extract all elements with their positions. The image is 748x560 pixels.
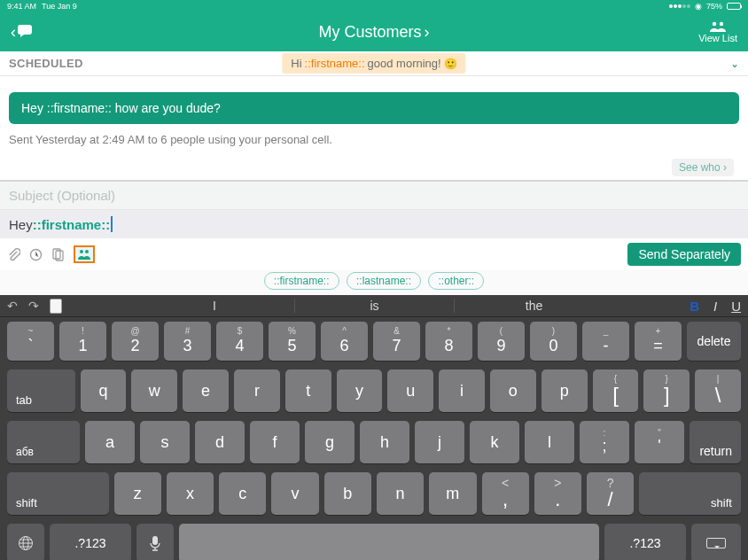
key-bracket-1[interactable]: }] bbox=[643, 369, 690, 412]
key-5[interactable]: %5 bbox=[269, 322, 316, 361]
key-punct-z-2[interactable]: ?/ bbox=[587, 472, 634, 515]
key-4[interactable]: $4 bbox=[216, 322, 263, 361]
page-title[interactable]: My Customers › bbox=[318, 23, 429, 42]
key-`[interactable]: ~` bbox=[7, 322, 54, 361]
smiley-icon: 🙂 bbox=[444, 58, 457, 70]
status-right: ◉ 75% bbox=[669, 2, 741, 11]
key-d[interactable]: d bbox=[195, 421, 245, 463]
key-z[interactable]: z bbox=[114, 472, 161, 515]
key-6[interactable]: ^6 bbox=[321, 322, 368, 361]
chevron-left-icon: ‹ bbox=[11, 23, 16, 42]
keyboard: ↶ ↷ I is the B I U ~`!1@2#3$4%5^6&7*8(9)… bbox=[0, 295, 748, 560]
attach-icon[interactable] bbox=[7, 248, 20, 261]
svg-rect-9 bbox=[152, 536, 158, 545]
key-punct-z-1[interactable]: >. bbox=[534, 472, 581, 515]
scheduled-row[interactable]: SCHEDULED Hi ::firstname:: good morning!… bbox=[0, 51, 748, 76]
status-bar: 9:41 AM Tue Jan 9 ◉ 75% bbox=[0, 0, 748, 12]
see-who-button[interactable]: See who › bbox=[672, 159, 734, 176]
svg-point-6 bbox=[85, 250, 89, 253]
people-icon bbox=[78, 248, 90, 261]
key-w[interactable]: w bbox=[131, 369, 177, 412]
svg-point-5 bbox=[80, 250, 83, 253]
key-e[interactable]: e bbox=[183, 369, 229, 412]
token-firstname[interactable]: ::firstname:: bbox=[264, 272, 339, 290]
key-b[interactable]: b bbox=[324, 472, 371, 515]
key-u[interactable]: u bbox=[387, 369, 433, 412]
key-0[interactable]: )0 bbox=[530, 322, 577, 361]
token-row: ::firstname:: ::lastname:: ::other:: bbox=[0, 270, 748, 295]
key-8[interactable]: *8 bbox=[425, 322, 472, 361]
key-v[interactable]: v bbox=[271, 472, 318, 515]
key-t[interactable]: t bbox=[285, 369, 331, 412]
key-o[interactable]: o bbox=[490, 369, 536, 412]
key-y[interactable]: y bbox=[337, 369, 383, 412]
space-key[interactable] bbox=[179, 524, 599, 560]
svg-point-1 bbox=[720, 21, 723, 25]
token-other[interactable]: ::other:: bbox=[428, 272, 484, 290]
key-s[interactable]: s bbox=[140, 421, 190, 463]
schedule-icon[interactable] bbox=[29, 248, 43, 261]
key-1[interactable]: !1 bbox=[59, 322, 106, 361]
key-m[interactable]: m bbox=[429, 472, 476, 515]
key-g[interactable]: g bbox=[305, 421, 355, 463]
globe-icon bbox=[18, 535, 34, 551]
key-h[interactable]: h bbox=[360, 421, 409, 463]
suggestion-1[interactable]: I bbox=[135, 299, 294, 313]
token-lastname[interactable]: ::lastname:: bbox=[347, 272, 421, 290]
firstname-token: ::firstname:: bbox=[33, 217, 111, 232]
key-3[interactable]: #3 bbox=[164, 322, 211, 361]
shift-key-left[interactable]: shift bbox=[7, 472, 109, 515]
key-7[interactable]: &7 bbox=[373, 322, 420, 361]
keyboard-row-bottom: .?123 .?123 bbox=[0, 519, 748, 560]
key-k[interactable]: k bbox=[470, 421, 519, 463]
key-=[interactable]: += bbox=[635, 322, 682, 361]
globe-key[interactable] bbox=[7, 524, 44, 560]
key-j[interactable]: j bbox=[415, 421, 464, 463]
send-button[interactable]: Send Separately bbox=[627, 243, 741, 266]
compose-toolbar: Send Separately bbox=[0, 238, 748, 270]
language-key[interactable]: абв bbox=[7, 421, 80, 463]
key-punct-z-0[interactable]: <, bbox=[482, 472, 529, 515]
personalize-button[interactable] bbox=[74, 245, 95, 263]
subject-input[interactable]: Subject (Optional) bbox=[0, 182, 748, 210]
delete-key[interactable]: delete bbox=[687, 322, 741, 361]
hide-keyboard-key[interactable] bbox=[691, 524, 741, 560]
message-input[interactable]: Hey ::firstname:: bbox=[0, 210, 748, 238]
scheduled-label: SCHEDULED bbox=[9, 57, 83, 70]
key-f[interactable]: f bbox=[250, 421, 300, 463]
key-i[interactable]: i bbox=[439, 369, 485, 412]
suggestion-3[interactable]: the bbox=[454, 299, 613, 313]
key-n[interactable]: n bbox=[377, 472, 424, 515]
sent-info: Sent Yesterday at 2:49 AM to 6 people us… bbox=[9, 131, 739, 159]
chevron-down-icon: ⌄ bbox=[730, 58, 739, 70]
key-c[interactable]: c bbox=[219, 472, 266, 515]
suggestion-bar: ↶ ↷ I is the B I U bbox=[0, 295, 748, 317]
suggestion-2[interactable]: is bbox=[294, 299, 454, 313]
mic-key[interactable] bbox=[136, 524, 174, 560]
key-x[interactable]: x bbox=[167, 472, 214, 515]
key-punct-a-0[interactable]: :; bbox=[580, 421, 629, 463]
key-9[interactable]: (9 bbox=[478, 322, 525, 361]
view-list-button[interactable]: View List bbox=[698, 21, 737, 43]
key-bracket-2[interactable]: |\ bbox=[695, 369, 741, 412]
return-key[interactable]: return bbox=[690, 421, 741, 463]
chevron-right-icon: › bbox=[425, 23, 430, 42]
key-q[interactable]: q bbox=[81, 369, 127, 412]
notes-icon[interactable] bbox=[51, 248, 65, 261]
keyboard-row-q: tabqwertyuiop{[}]|\ bbox=[0, 365, 748, 416]
key-punct-a-1[interactable]: "' bbox=[635, 421, 684, 463]
key-2[interactable]: @2 bbox=[112, 322, 159, 361]
key-bracket-0[interactable]: {[ bbox=[593, 369, 639, 412]
key-r[interactable]: r bbox=[234, 369, 280, 412]
svg-point-0 bbox=[713, 21, 716, 25]
key-p[interactable]: p bbox=[542, 369, 588, 412]
key--[interactable]: _- bbox=[582, 322, 629, 361]
key-a[interactable]: a bbox=[85, 421, 135, 463]
back-button[interactable]: ‹ bbox=[11, 23, 35, 42]
shift-key-right[interactable]: shift bbox=[639, 472, 741, 515]
numbers-key[interactable]: .?123 bbox=[50, 524, 131, 560]
tab-key[interactable]: tab bbox=[7, 369, 75, 412]
key-l[interactable]: l bbox=[525, 421, 574, 463]
numbers-key-right[interactable]: .?123 bbox=[604, 524, 686, 560]
wifi-icon: ◉ bbox=[695, 2, 702, 11]
